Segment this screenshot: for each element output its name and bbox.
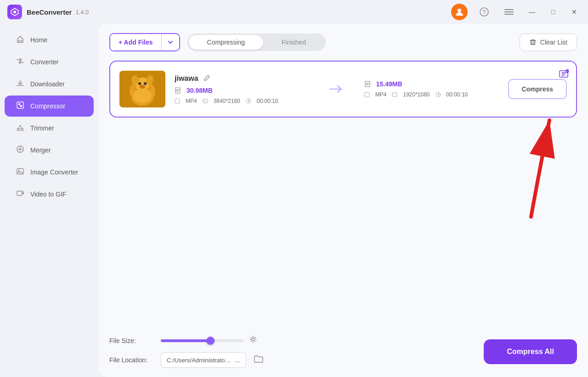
add-files-button[interactable]: + Add Files xyxy=(109,33,180,51)
compress-all-button[interactable]: Compress All xyxy=(484,339,577,364)
clear-list-button[interactable]: Clear List xyxy=(520,34,577,51)
convert-arrow xyxy=(318,84,355,95)
main-content: + Add Files Compressing Finished Clear L… xyxy=(98,24,588,377)
svg-point-2 xyxy=(458,9,461,12)
svg-rect-32 xyxy=(203,99,208,103)
file-output-format: MP4 xyxy=(375,91,387,98)
svg-rect-35 xyxy=(365,92,369,97)
close-button[interactable]: ✕ xyxy=(568,6,581,18)
file-thumbnail xyxy=(119,71,165,107)
clear-list-label: Clear List xyxy=(540,39,567,46)
tab-compressing[interactable]: Compressing xyxy=(189,35,263,50)
duration-icon xyxy=(246,98,251,104)
sidebar-item-merger[interactable]: Merger xyxy=(5,140,94,161)
home-icon xyxy=(16,35,25,45)
folder-browse-icon[interactable] xyxy=(254,354,264,366)
file-original-resolution: 3840*2160 xyxy=(214,98,240,104)
help-icon[interactable]: ? xyxy=(476,4,492,20)
main-layout: Home Converter Downloader Compressor Tri… xyxy=(0,24,588,377)
bottom-controls: File Size: File Location: C:/Users/Admin… xyxy=(109,335,264,368)
file-name: jiwawa xyxy=(175,74,198,83)
svg-point-24 xyxy=(138,82,141,85)
trimmer-icon xyxy=(16,123,25,133)
sidebar-item-compressor[interactable]: Compressor xyxy=(5,96,94,117)
file-name-row: jiwawa xyxy=(175,74,309,83)
file-output-size-row: 15.49MB xyxy=(364,80,499,88)
svg-rect-6 xyxy=(504,11,514,12)
slider-wrap xyxy=(161,339,243,342)
svg-point-27 xyxy=(141,87,144,89)
sidebar-item-converter-label: Converter xyxy=(30,58,58,66)
file-info-original: jiwawa 30.98MB MP4 3840*2160 xyxy=(175,74,309,104)
svg-rect-11 xyxy=(20,105,22,107)
file-original-duration: 00:00:10 xyxy=(257,98,278,104)
sidebar-item-merger-label: Merger xyxy=(30,146,51,154)
image-converter-icon xyxy=(16,167,25,177)
thumbnail-image xyxy=(119,71,165,107)
sidebar-item-converter[interactable]: Converter xyxy=(5,51,94,73)
file-original-meta: MP4 3840*2160 00:00:10 xyxy=(175,98,309,104)
edit-filename-icon[interactable] xyxy=(203,74,210,83)
content-area: jiwawa 30.98MB MP4 3840*2160 xyxy=(109,61,577,326)
titlebar: BeeConverter 1.4.0 ? — □ ✕ xyxy=(0,0,588,24)
svg-rect-8 xyxy=(19,40,22,42)
minimize-button[interactable]: — xyxy=(526,6,538,18)
file-size-label: File Size: xyxy=(109,337,155,344)
resolution-icon xyxy=(203,98,208,104)
sidebar-item-video-to-gif[interactable]: Video to GIF xyxy=(5,184,94,205)
file-location-input[interactable]: C:/Users/Administrator/V ... xyxy=(161,352,246,368)
add-files-dropdown-button[interactable] xyxy=(161,34,179,50)
merger-icon xyxy=(16,145,25,155)
slider-settings-icon[interactable] xyxy=(249,335,257,346)
svg-point-25 xyxy=(144,82,147,85)
svg-rect-10 xyxy=(18,103,20,105)
sidebar-item-compressor-label: Compressor xyxy=(30,102,65,110)
menu-icon[interactable] xyxy=(501,4,517,20)
trash-icon xyxy=(529,39,537,46)
file-output-size: 15.49MB xyxy=(376,80,402,88)
svg-text:?: ? xyxy=(483,9,486,16)
tab-finished[interactable]: Finished xyxy=(263,35,324,50)
slider-thumb[interactable] xyxy=(206,337,215,345)
add-files-label[interactable]: + Add Files xyxy=(110,34,161,51)
output-duration-icon xyxy=(435,92,441,97)
sidebar-item-home-label: Home xyxy=(30,36,47,44)
topbar: + Add Files Compressing Finished Clear L… xyxy=(109,33,577,51)
file-output-resolution: 1920*1080 xyxy=(403,91,430,98)
sidebar-item-home[interactable]: Home xyxy=(5,29,94,51)
sidebar-item-downloader[interactable]: Downloader xyxy=(5,73,94,95)
window-controls: ? — □ ✕ xyxy=(451,4,581,20)
compress-button[interactable]: Compress xyxy=(508,79,567,99)
svg-rect-7 xyxy=(504,14,514,15)
svg-point-16 xyxy=(18,170,20,171)
user-avatar-icon[interactable] xyxy=(451,4,468,20)
svg-rect-36 xyxy=(392,93,397,96)
file-info-output: 15.49MB MP4 1920*1080 00:00:10 xyxy=(364,80,499,98)
output-resolution-icon xyxy=(392,92,397,97)
svg-point-29 xyxy=(133,89,152,103)
app-name: BeeConverter xyxy=(27,8,72,16)
output-format-icon xyxy=(364,92,370,97)
maximize-button[interactable]: □ xyxy=(547,6,560,18)
file-location-path: C:/Users/Administrator/V xyxy=(167,357,231,364)
file-location-row: File Location: C:/Users/Administrator/V … xyxy=(109,352,264,368)
output-doc-icon xyxy=(364,81,371,87)
svg-rect-17 xyxy=(17,191,22,196)
svg-rect-9 xyxy=(17,102,23,108)
sidebar: Home Converter Downloader Compressor Tri… xyxy=(0,24,98,377)
file-output-meta: MP4 1920*1080 00:00:10 xyxy=(364,91,499,98)
sidebar-item-image-converter[interactable]: Image Converter xyxy=(5,162,94,183)
video-to-gif-icon xyxy=(16,189,25,199)
file-size-control: File Size: xyxy=(109,335,264,346)
sidebar-item-image-converter-label: Image Converter xyxy=(30,169,78,176)
file-location-dots-button[interactable]: ... xyxy=(235,356,240,364)
svg-rect-31 xyxy=(175,99,180,103)
svg-point-41 xyxy=(252,338,254,341)
file-location-label: File Location: xyxy=(109,356,155,364)
file-size-slider[interactable] xyxy=(161,339,243,342)
sidebar-item-trimmer[interactable]: Trimmer xyxy=(5,118,94,139)
file-settings-icon[interactable] xyxy=(559,69,569,81)
compressor-icon xyxy=(16,101,25,111)
svg-rect-5 xyxy=(504,9,514,10)
forward-arrow-icon xyxy=(328,84,346,95)
